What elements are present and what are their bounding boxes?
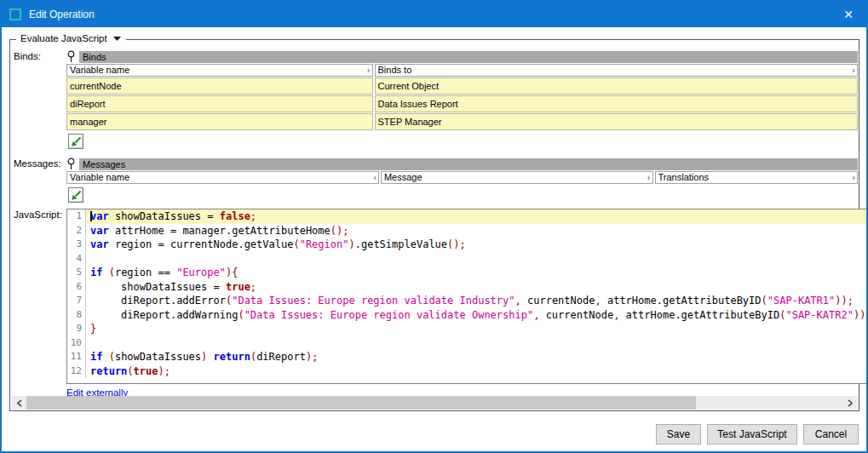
javascript-label: JavaScript: bbox=[10, 209, 66, 220]
line-number: 4 bbox=[67, 252, 86, 267]
line-number: 10 bbox=[67, 336, 86, 351]
code-text: if (region == "Europe"){ bbox=[86, 266, 868, 280]
code-line[interactable]: 8 diReport.addWarning("Data Issues: Euro… bbox=[67, 308, 868, 323]
line-number: 12 bbox=[67, 364, 86, 379]
column-header[interactable]: Variable name› bbox=[66, 64, 373, 77]
code-line[interactable]: 5if (region == "Europe"){ bbox=[67, 266, 868, 280]
pin-icon[interactable] bbox=[66, 50, 76, 63]
line-number: 9 bbox=[67, 322, 86, 336]
column-header-label: Message bbox=[384, 172, 423, 183]
javascript-panel: 1var showDataIssues = false;2var attrHom… bbox=[66, 209, 868, 399]
table-cell[interactable]: Data Issues Report bbox=[375, 95, 858, 112]
code-text: diReport.addWarning("Data Issues: Europe… bbox=[86, 308, 868, 323]
footer-button-row: Save Test JavaScript Cancel bbox=[2, 424, 859, 444]
column-header-label: Binds to bbox=[378, 65, 412, 76]
messages-edit-button[interactable] bbox=[68, 187, 83, 203]
scroll-right-button[interactable] bbox=[842, 396, 857, 410]
code-line[interactable]: 7 diReport.addError("Data Issues: Europe… bbox=[67, 294, 868, 308]
line-number: 5 bbox=[67, 266, 86, 280]
column-header-label: Translations bbox=[658, 172, 710, 183]
operation-type-label: Evaluate JavaScript bbox=[20, 33, 107, 43]
scrollbar-track[interactable] bbox=[26, 396, 842, 410]
code-text: diReport.addError("Data Issues: Europe r… bbox=[86, 294, 868, 308]
column-header-label: Variable name bbox=[70, 172, 129, 183]
messages-panel-title: Messages bbox=[79, 158, 858, 170]
code-text: var showDataIssues = false; bbox=[86, 209, 868, 224]
window-icon bbox=[9, 9, 21, 20]
chevron-down-icon bbox=[113, 37, 121, 41]
close-button[interactable]: ✕ bbox=[831, 6, 866, 23]
column-header[interactable]: Binds to› bbox=[375, 64, 858, 77]
code-text: var region = currentNode.getValue("Regio… bbox=[86, 238, 868, 252]
code-text: } bbox=[86, 322, 868, 336]
edit-operation-dialog: Edit Operation ✕ Evaluate JavaScript Bin… bbox=[0, 0, 868, 453]
column-header[interactable]: Variable name› bbox=[66, 171, 379, 184]
table-cell[interactable]: diReport bbox=[66, 95, 373, 112]
javascript-editor[interactable]: 1var showDataIssues = false;2var attrHom… bbox=[66, 209, 868, 384]
pin-icon[interactable] bbox=[66, 158, 76, 170]
code-text: return(true); bbox=[86, 364, 868, 379]
binds-panel: Binds Variable name›Binds to›currentNode… bbox=[66, 50, 858, 149]
code-line[interactable]: 1var showDataIssues = false; bbox=[67, 209, 868, 224]
edit-arrow-icon bbox=[71, 190, 82, 201]
chevron-right-icon bbox=[848, 399, 853, 407]
test-javascript-button[interactable]: Test JavaScript bbox=[707, 424, 797, 444]
horizontal-scrollbar[interactable] bbox=[12, 396, 857, 410]
code-text bbox=[86, 252, 868, 267]
code-line[interactable]: 3var region = currentNode.getValue("Regi… bbox=[67, 238, 868, 252]
code-line[interactable]: 10 bbox=[67, 336, 868, 351]
javascript-row: JavaScript: 1var showDataIssues = false;… bbox=[10, 209, 859, 399]
messages-panel-header: Messages bbox=[66, 158, 858, 170]
messages-table: Variable name›Message›Translations› bbox=[66, 171, 858, 184]
column-header[interactable]: Message› bbox=[381, 171, 653, 184]
save-button[interactable]: Save bbox=[656, 424, 701, 444]
line-number: 8 bbox=[67, 308, 86, 323]
chevron-left-icon bbox=[17, 399, 22, 407]
code-line[interactable]: 12return(true); bbox=[67, 364, 868, 379]
line-number: 7 bbox=[67, 294, 86, 308]
binds-row: Binds: Binds Variable name›Binds to›curr… bbox=[10, 50, 859, 149]
binds-label: Binds: bbox=[10, 50, 66, 61]
code-line[interactable]: 4 bbox=[67, 252, 868, 267]
binds-table: Variable name›Binds to›currentNodeCurren… bbox=[66, 64, 858, 130]
sort-chevron-icon: › bbox=[373, 173, 377, 182]
sort-chevron-icon: › bbox=[647, 173, 651, 182]
sort-chevron-icon: › bbox=[852, 66, 855, 75]
titlebar: Edit Operation ✕ bbox=[2, 2, 866, 27]
cancel-button[interactable]: Cancel bbox=[803, 424, 859, 444]
messages-panel: Messages Variable name›Message›Translati… bbox=[66, 158, 858, 203]
scroll-left-button[interactable] bbox=[12, 396, 26, 410]
table-cell[interactable]: currentNode bbox=[66, 77, 373, 95]
line-number: 1 bbox=[67, 209, 86, 224]
messages-row: Messages: Messages Variable name›Message… bbox=[10, 158, 859, 203]
scrollbar-thumb[interactable] bbox=[26, 396, 696, 410]
column-header[interactable]: Translations› bbox=[655, 171, 858, 184]
code-line[interactable]: 6 showDataIssues = true; bbox=[67, 280, 868, 295]
code-text: showDataIssues = true; bbox=[86, 280, 868, 295]
line-number: 6 bbox=[67, 280, 86, 295]
table-cell[interactable]: Current Object bbox=[375, 77, 858, 95]
operation-type-selector[interactable]: Evaluate JavaScript bbox=[16, 33, 126, 43]
line-number: 3 bbox=[67, 238, 86, 252]
column-header-label: Variable name bbox=[70, 65, 129, 76]
binds-panel-title: Binds bbox=[79, 51, 858, 63]
code-text bbox=[86, 336, 868, 351]
binds-edit-button[interactable] bbox=[68, 134, 83, 149]
table-cell[interactable]: manager bbox=[66, 113, 373, 130]
line-number: 2 bbox=[67, 224, 86, 238]
close-icon: ✕ bbox=[843, 8, 854, 21]
binds-panel-header: Binds bbox=[66, 50, 858, 63]
window-title: Edit Operation bbox=[29, 9, 95, 20]
messages-label: Messages: bbox=[10, 158, 66, 169]
code-text: var attrHome = manager.getAttributeHome(… bbox=[86, 224, 868, 238]
edit-arrow-icon bbox=[71, 136, 82, 147]
sort-chevron-icon: › bbox=[367, 66, 371, 75]
sort-chevron-icon: › bbox=[852, 173, 855, 182]
table-cell[interactable]: STEP Manager bbox=[375, 113, 858, 130]
code-line[interactable]: 2var attrHome = manager.getAttributeHome… bbox=[67, 224, 868, 238]
line-number: 11 bbox=[67, 350, 86, 364]
code-text: if (showDataIssues) return(diReport); bbox=[86, 350, 868, 364]
operation-groupbox: Evaluate JavaScript Binds: Binds Variabl… bbox=[9, 39, 859, 411]
code-line[interactable]: 9} bbox=[67, 322, 868, 336]
code-line[interactable]: 11if (showDataIssues) return(diReport); bbox=[67, 350, 868, 364]
